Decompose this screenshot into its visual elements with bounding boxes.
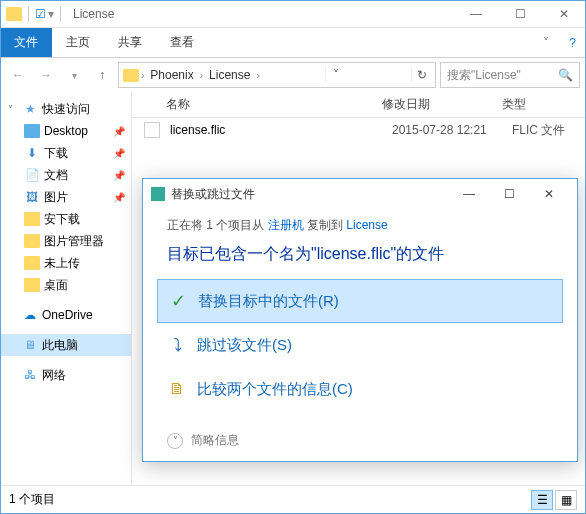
- tree-label: 文档: [44, 167, 68, 184]
- breadcrumb-folder-icon: [123, 69, 139, 82]
- star-icon: ★: [22, 102, 38, 116]
- replace-dialog: 替换或跳过文件 — ☐ ✕ 正在将 1 个项目从 注册机 复制到 License…: [142, 178, 578, 462]
- column-header-name[interactable]: 名称: [132, 96, 372, 113]
- option-skip[interactable]: ⤵ 跳过该文件(S): [157, 323, 563, 367]
- tree-notuploaded[interactable]: 未上传: [0, 252, 131, 274]
- tree-desktop[interactable]: Desktop📌: [0, 120, 131, 142]
- file-type: FLIC 文件: [508, 122, 569, 139]
- chevron-down-icon: ˅: [167, 433, 183, 449]
- onedrive-icon: ☁: [22, 308, 38, 322]
- ribbon-expand-icon[interactable]: ˅: [533, 28, 559, 57]
- dialog-icon: [151, 187, 165, 201]
- desktop-icon: [24, 124, 40, 138]
- file-name: license.flic: [166, 123, 388, 137]
- tree-network[interactable]: 🖧网络: [0, 364, 131, 386]
- dialog-details-toggle[interactable]: ˅ 简略信息: [167, 432, 239, 449]
- check-icon: ✓: [168, 291, 188, 311]
- nav-history-dropdown[interactable]: ▾: [62, 63, 86, 87]
- tree-pictures[interactable]: 🖼图片📌: [0, 186, 131, 208]
- nav-back-button[interactable]: ←: [6, 63, 30, 87]
- address-dropdown-icon[interactable]: ˅: [325, 68, 345, 82]
- view-icons-button[interactable]: ▦: [555, 490, 577, 510]
- help-icon[interactable]: ?: [559, 28, 586, 57]
- network-icon: 🖧: [22, 368, 38, 382]
- nav-forward-button[interactable]: →: [34, 63, 58, 87]
- app-folder-icon: [6, 7, 22, 21]
- pin-icon: 📌: [113, 148, 125, 159]
- tree-onedrive[interactable]: ☁OneDrive: [0, 304, 131, 326]
- chevron-right-icon[interactable]: ›: [256, 70, 259, 81]
- tree-label: 网络: [42, 367, 66, 384]
- pin-icon: 📌: [113, 170, 125, 181]
- nav-up-button[interactable]: ↑: [90, 63, 114, 87]
- tree-downloads[interactable]: ⬇下载📌: [0, 142, 131, 164]
- qat-checkbox-icon[interactable]: ☑: [35, 7, 46, 21]
- navigation-tree: ˅ ★ 快速访问 Desktop📌 ⬇下载📌 📄文档📌 🖼图片📌 安下载 图片管…: [0, 92, 132, 484]
- window-title: License: [65, 7, 114, 21]
- tree-label: 未上传: [44, 255, 80, 272]
- search-placeholder: 搜索"License": [447, 67, 521, 84]
- refresh-icon[interactable]: ↻: [411, 68, 431, 82]
- download-icon: ⬇: [24, 146, 40, 160]
- tree-label: OneDrive: [42, 308, 93, 322]
- folder-icon: [24, 278, 40, 292]
- dialog-minimize-button[interactable]: —: [449, 181, 489, 207]
- dialog-close-button[interactable]: ✕: [529, 181, 569, 207]
- column-header-type[interactable]: 类型: [492, 96, 586, 113]
- tree-picmgr[interactable]: 图片管理器: [0, 230, 131, 252]
- option-replace[interactable]: ✓ 替换目标中的文件(R): [157, 279, 563, 323]
- breadcrumb[interactable]: › Phoenix › License › ˅ ↻: [118, 62, 436, 88]
- tree-label: Desktop: [44, 124, 88, 138]
- qat-separator: [28, 6, 29, 22]
- tab-share[interactable]: 共享: [104, 28, 156, 57]
- tree-label: 安下载: [44, 211, 80, 228]
- tab-file[interactable]: 文件: [0, 28, 52, 57]
- option-label: 比较两个文件的信息(C): [197, 380, 353, 399]
- folder-icon: [24, 234, 40, 248]
- chevron-right-icon[interactable]: ›: [141, 70, 144, 81]
- folder-icon: [24, 256, 40, 270]
- tab-view[interactable]: 查看: [156, 28, 208, 57]
- folder-icon: [24, 212, 40, 226]
- option-compare[interactable]: 🗎 比较两个文件的信息(C): [157, 367, 563, 411]
- crumb-phoenix[interactable]: Phoenix: [146, 68, 197, 82]
- dialog-maximize-button[interactable]: ☐: [489, 181, 529, 207]
- tree-thispc[interactable]: 🖥此电脑: [0, 334, 131, 356]
- tree-label: 下载: [44, 145, 68, 162]
- pc-icon: 🖥: [22, 338, 38, 352]
- file-icon: [144, 122, 160, 138]
- expand-icon[interactable]: ˅: [8, 104, 18, 115]
- source-link[interactable]: 注册机: [268, 218, 304, 232]
- compare-icon: 🗎: [167, 379, 187, 399]
- crumb-license[interactable]: License: [205, 68, 254, 82]
- minimize-button[interactable]: —: [454, 0, 498, 28]
- close-button[interactable]: ✕: [542, 0, 586, 28]
- maximize-button[interactable]: ☐: [498, 0, 542, 28]
- tree-documents[interactable]: 📄文档📌: [0, 164, 131, 186]
- pin-icon: 📌: [113, 192, 125, 203]
- tree-desktop2[interactable]: 桌面: [0, 274, 131, 296]
- chevron-right-icon[interactable]: ›: [200, 70, 203, 81]
- qat-separator-2: [60, 6, 61, 22]
- tree-label: 桌面: [44, 277, 68, 294]
- pictures-icon: 🖼: [24, 190, 40, 204]
- tree-label: 此电脑: [42, 337, 78, 354]
- view-details-button[interactable]: ☰: [531, 490, 553, 510]
- details-label: 简略信息: [191, 432, 239, 449]
- search-icon: 🔍: [558, 68, 573, 82]
- tree-label: 图片: [44, 189, 68, 206]
- document-icon: 📄: [24, 168, 40, 182]
- skip-arrow-icon: ⤵: [167, 335, 187, 355]
- search-input[interactable]: 搜索"License" 🔍: [440, 62, 580, 88]
- dest-link[interactable]: License: [346, 218, 387, 232]
- file-row[interactable]: license.flic 2015-07-28 12:21 FLIC 文件: [132, 118, 586, 142]
- tree-andownload[interactable]: 安下载: [0, 208, 131, 230]
- tree-label: 图片管理器: [44, 233, 104, 250]
- dialog-heading: 目标已包含一个名为"license.flic"的文件: [167, 244, 553, 265]
- tree-quick-access[interactable]: ˅ ★ 快速访问: [0, 98, 131, 120]
- dialog-copying-text: 正在将 1 个项目从 注册机 复制到 License: [167, 217, 553, 234]
- qat-dropdown-icon[interactable]: ▾: [48, 7, 54, 21]
- tab-home[interactable]: 主页: [52, 28, 104, 57]
- column-header-date[interactable]: 修改日期: [372, 96, 492, 113]
- pin-icon: 📌: [113, 126, 125, 137]
